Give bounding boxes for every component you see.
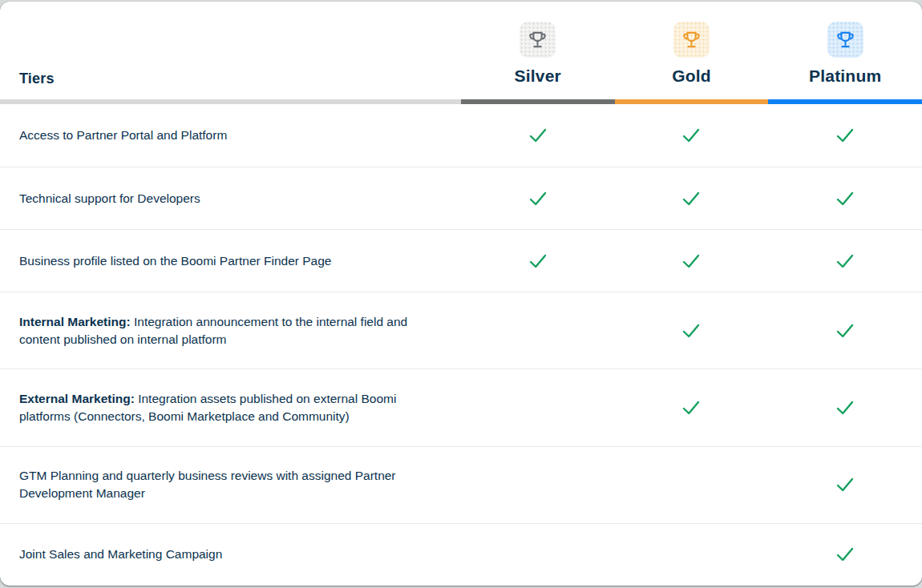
check-cell-silver: [461, 524, 615, 586]
tier-columns: Silver Gold Platinum: [461, 2, 922, 99]
check-cell-gold: [615, 447, 769, 523]
check-icon: [833, 473, 857, 497]
table-row: Technical support for Developers: [0, 167, 922, 229]
tier-column-header: Silver: [461, 2, 615, 99]
check-icon: [679, 187, 703, 211]
check-cell-platinum: [768, 524, 922, 586]
trophy-icon: [827, 22, 863, 58]
tier-name: Platinum: [809, 66, 881, 86]
check-icon: [679, 319, 703, 343]
table-row: Internal Marketing: Integration announce…: [0, 292, 922, 369]
check-cell-gold: [615, 104, 769, 167]
table-row: Access to Partner Portal and Platform: [0, 104, 922, 167]
check-cell-silver: [461, 447, 615, 523]
check-icon: [833, 542, 857, 566]
check-icon: [679, 249, 703, 273]
check-icon: [526, 123, 550, 147]
check-cell-platinum: [768, 292, 922, 369]
check-cell-platinum: [768, 230, 922, 292]
table-row: Joint Sales and Marketing Campaign: [0, 523, 922, 586]
feature-rows: Access to Partner Portal and Platform Te…: [0, 104, 922, 586]
check-icon: [833, 187, 857, 211]
tiers-label: Tiers: [19, 70, 55, 87]
check-icon: [679, 396, 703, 420]
check-cell-silver: [461, 104, 615, 167]
check-cell-platinum: [768, 447, 922, 523]
check-icon: [833, 123, 857, 147]
tier-column-header: Platinum: [768, 2, 922, 99]
table-row: GTM Planning and quarterly business revi…: [0, 446, 922, 523]
check-cell-gold: [615, 230, 769, 292]
tiers-header-cell: Tiers: [0, 2, 461, 99]
table-row: Business profile listed on the Boomi Par…: [0, 229, 922, 292]
feature-label: Technical support for Developers: [0, 174, 461, 224]
check-cell-gold: [615, 292, 769, 369]
check-icon: [526, 249, 550, 273]
check-cell-silver: [461, 167, 615, 229]
tier-name: Silver: [515, 66, 561, 86]
feature-label: Joint Sales and Marketing Campaign: [0, 530, 461, 579]
trophy-icon: [673, 22, 710, 58]
tier-comparison-table: Tiers Silver Gold: [0, 2, 922, 586]
check-icon: [526, 187, 550, 211]
feature-label: Access to Partner Portal and Platform: [0, 111, 461, 160]
feature-label: Internal Marketing: Integration announce…: [0, 297, 461, 364]
check-cell-gold: [615, 524, 769, 586]
check-cell-platinum: [768, 167, 922, 229]
table-header: Tiers Silver Gold: [0, 2, 922, 99]
check-icon: [679, 123, 703, 147]
check-icon: [833, 396, 857, 420]
feature-label: External Marketing: Integration assets p…: [0, 374, 461, 441]
check-icon: [833, 249, 857, 273]
check-icon: [833, 319, 857, 343]
feature-label: Business profile listed on the Boomi Par…: [0, 236, 461, 286]
check-cell-platinum: [768, 369, 922, 445]
feature-label: GTM Planning and quarterly business revi…: [0, 451, 461, 518]
tier-name: Gold: [672, 66, 711, 86]
trophy-icon: [520, 22, 556, 58]
check-cell-gold: [615, 369, 769, 445]
check-cell-silver: [461, 369, 615, 445]
check-cell-silver: [461, 230, 615, 292]
check-cell-platinum: [768, 104, 922, 167]
check-cell-gold: [615, 167, 769, 229]
tier-column-header: Gold: [615, 2, 769, 99]
check-cell-silver: [461, 292, 615, 369]
table-row: External Marketing: Integration assets p…: [0, 369, 922, 445]
